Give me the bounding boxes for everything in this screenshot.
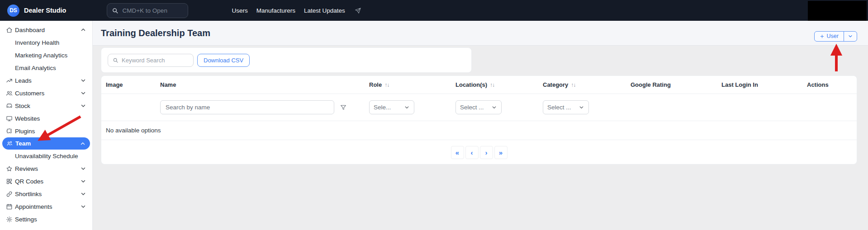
sidebar-item-label: Dashboard [15, 27, 78, 33]
sidebar-item-plugins[interactable]: Plugins [0, 125, 92, 137]
nav-link-users[interactable]: Users [232, 7, 247, 14]
qr-icon [6, 178, 13, 185]
sidebar-item-qr-codes[interactable]: QR Codes [0, 175, 92, 188]
sidebar-item-label: Customers [15, 90, 78, 97]
role-select[interactable]: Sele... [369, 100, 414, 114]
keyword-search[interactable] [108, 54, 194, 67]
trending-up-icon [6, 77, 13, 84]
col-header-locations: Location(s)↑↓ [455, 81, 543, 88]
location-select[interactable]: Select ... [455, 100, 502, 114]
sidebar-item-label: Email Analytics [15, 65, 86, 71]
col-header-name: Name [160, 81, 369, 88]
chevron-down-icon[interactable] [80, 103, 86, 109]
sidebar-item-email-analytics[interactable]: Email Analytics [0, 61, 92, 74]
chevron-down-icon[interactable] [80, 90, 86, 96]
sidebar-item-appointments[interactable]: Appointments [0, 200, 92, 213]
sidebar-item-shortlinks[interactable]: Shortlinks [0, 188, 92, 200]
sidebar-item-label: Unavailability Schedule [15, 153, 86, 160]
chevron-down-icon[interactable] [80, 165, 86, 172]
sidebar-item-label: Websites [15, 115, 86, 122]
sidebar-item-label: Inventory Health [15, 39, 86, 46]
sidebar-item-label: Settings [15, 216, 86, 223]
name-filter-input[interactable] [160, 100, 334, 114]
sort-icon[interactable]: ↑↓ [384, 82, 389, 88]
funnel-icon[interactable] [340, 104, 347, 111]
chevron-down-icon [579, 104, 584, 110]
table-empty-state: No available options [101, 121, 857, 140]
sidebar-item-label: Shortlinks [15, 191, 78, 197]
chevron-down-icon [404, 104, 410, 110]
category-select[interactable]: Select ... [543, 100, 589, 114]
col-header-role: Role↑↓ [369, 81, 455, 88]
command-search[interactable] [107, 3, 188, 18]
chevron-down-icon [848, 33, 853, 39]
command-search-input[interactable] [122, 7, 176, 14]
redacted-account-area [808, 1, 867, 21]
col-header-category: Category↑↓ [543, 81, 631, 88]
page-header: Training Dealership Team User [93, 21, 868, 46]
puzzle-icon [6, 128, 13, 135]
col-header-last-login: Last Login In [721, 81, 807, 88]
table-header-row: Image Name Role↑↓ Location(s)↑↓ Category… [101, 76, 857, 94]
col-header-image: Image [106, 81, 160, 88]
sidebar-item-label: Team [15, 140, 77, 147]
add-user-dropdown-toggle[interactable] [844, 32, 857, 41]
search-icon [113, 57, 119, 63]
filter-cell-locations: Select ... [455, 100, 543, 114]
nav-link-latest-updates[interactable]: Latest Updates [304, 7, 345, 14]
filter-cell-category: Select ... [543, 100, 631, 114]
chevron-down-icon[interactable] [80, 77, 86, 84]
sidebar-item-label: Reviews [15, 165, 78, 172]
pagination: « ‹ › » [101, 140, 857, 164]
sidebar-item-marketing-analytics[interactable]: Marketing Analytics [0, 49, 92, 61]
link-icon [6, 191, 13, 197]
chevron-down-icon[interactable] [80, 178, 86, 184]
chevron-up-icon[interactable] [80, 141, 86, 147]
brand-name: Dealer Studio [24, 7, 66, 14]
keyword-search-input[interactable] [122, 57, 180, 64]
main-area: Training Dealership Team User Download C… [93, 21, 868, 230]
users-icon [6, 90, 13, 97]
team-icon [6, 140, 13, 147]
filter-cell-name [160, 100, 369, 114]
nav-link-manufacturers[interactable]: Manufacturers [256, 7, 295, 14]
pagination-prev-button[interactable]: ‹ [465, 146, 479, 159]
content: Download CSV Image Name Role↑↓ Location(… [93, 46, 868, 230]
sidebar-item-customers[interactable]: Customers [0, 87, 92, 99]
sidebar-item-label: Marketing Analytics [15, 52, 86, 59]
sort-icon[interactable]: ↑↓ [571, 82, 575, 88]
chevron-down-icon[interactable] [80, 203, 86, 210]
col-header-actions: Actions [807, 81, 852, 88]
star-icon [6, 165, 13, 172]
plus-icon [820, 34, 825, 39]
pagination-first-button[interactable]: « [451, 146, 464, 159]
sidebar: Dashboard Inventory Health Marketing Ana… [0, 21, 93, 230]
sidebar-item-reviews[interactable]: Reviews [0, 162, 92, 175]
rocket-icon [355, 7, 361, 14]
sidebar-item-unavailability-schedule[interactable]: Unavailability Schedule [0, 150, 92, 162]
app-logo[interactable]: DS [7, 5, 19, 17]
sidebar-item-team[interactable]: Team [2, 137, 90, 150]
sidebar-item-label: Leads [15, 77, 78, 84]
sidebar-item-dashboard[interactable]: Dashboard [0, 23, 92, 36]
chevron-down-icon[interactable] [80, 191, 86, 197]
sidebar-item-leads[interactable]: Leads [0, 74, 92, 87]
chevron-up-icon[interactable] [80, 27, 86, 33]
sidebar-item-settings[interactable]: Settings [0, 213, 92, 225]
gear-icon [6, 216, 13, 223]
top-navbar: DS Dealer Studio Users Manufacturers Lat… [0, 0, 868, 21]
pagination-next-button[interactable]: › [480, 146, 493, 159]
sidebar-item-label: Stock [15, 103, 78, 109]
sidebar-item-inventory-health[interactable]: Inventory Health [0, 36, 92, 49]
monitor-icon [6, 115, 13, 122]
sidebar-item-label: Appointments [15, 203, 78, 210]
category-select-value: Select ... [547, 104, 571, 111]
sidebar-item-websites[interactable]: Websites [0, 112, 92, 125]
add-user-button[interactable]: User [815, 32, 844, 41]
sidebar-item-stock[interactable]: Stock [0, 99, 92, 112]
sort-icon[interactable]: ↑↓ [490, 82, 494, 88]
filter-cell-role: Sele... [369, 100, 455, 114]
toolbar-card: Download CSV [101, 47, 472, 73]
download-csv-button[interactable]: Download CSV [197, 54, 250, 67]
pagination-last-button[interactable]: » [494, 146, 508, 159]
